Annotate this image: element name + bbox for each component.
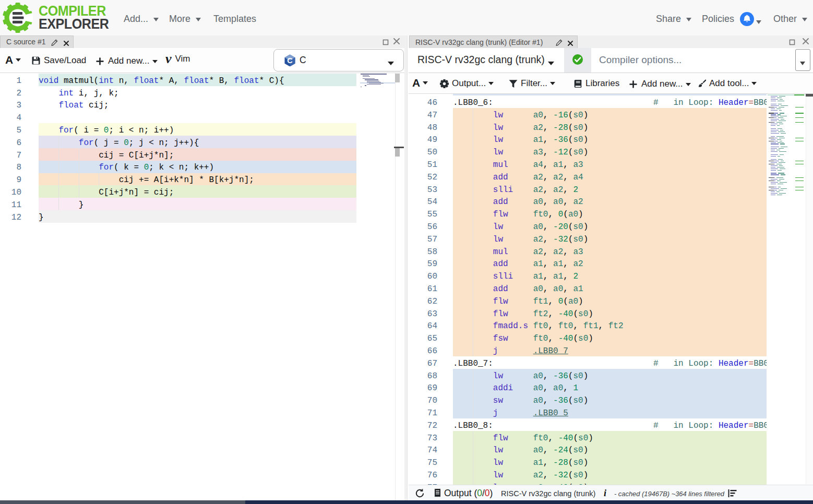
svg-text:C: C [287,56,293,65]
